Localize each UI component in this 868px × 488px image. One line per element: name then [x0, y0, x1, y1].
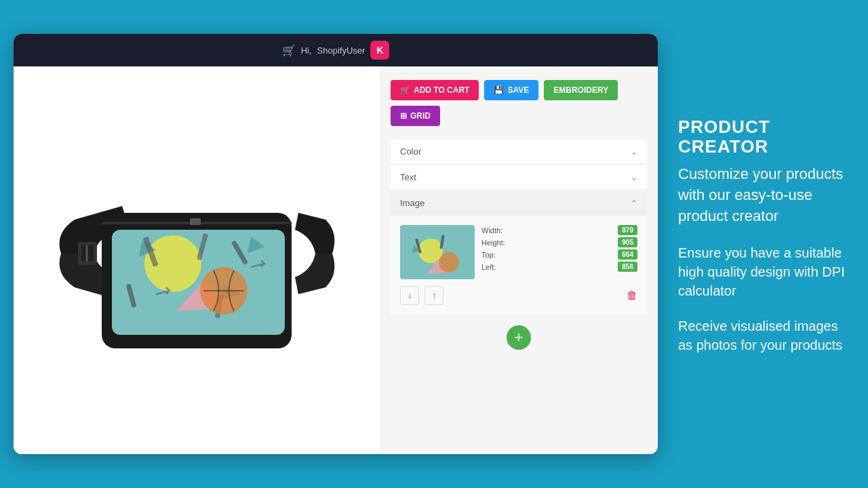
grid-btn-label: GRID — [410, 111, 431, 121]
embroidery-button[interactable]: EMBROIDERY — [544, 80, 618, 100]
image-thumbnail — [400, 225, 475, 279]
fanny-pack-svg — [41, 131, 353, 389]
cart-icon-btn: 🛒 — [400, 85, 410, 95]
image-actions: ↓ ↑ 🗑 — [400, 286, 637, 305]
delete-image-button[interactable]: 🗑 — [627, 289, 637, 302]
cart-btn-label: ADD TO CART — [414, 85, 469, 95]
color-label: Color — [400, 146, 421, 157]
svg-point-23 — [439, 252, 459, 272]
user-avatar: K — [370, 41, 389, 60]
image-row: Width: 879 Height: 905 Top: 664 — [400, 225, 637, 279]
width-value: 879 — [618, 225, 637, 235]
text-accordion-header[interactable]: Text ⌄ — [391, 165, 647, 190]
height-label: Height: — [481, 239, 505, 247]
image-chevron-icon: ⌃ — [631, 199, 637, 208]
color-chevron-icon: ⌄ — [631, 147, 637, 157]
svg-point-21 — [418, 239, 443, 263]
left-label: Left: — [481, 263, 496, 271]
top-stat: Top: 664 — [481, 249, 637, 260]
text-label: Text — [400, 172, 416, 182]
image-stats: Width: 879 Height: 905 Top: 664 — [481, 225, 637, 274]
text-chevron-icon: ⌄ — [631, 173, 637, 182]
image-accordion-header[interactable]: Image ⌃ — [391, 191, 647, 216]
browser-content: 🛒 ADD TO CART 💾 SAVE EMBROIDERY ⊞ GRID — [14, 66, 658, 454]
info-subtitle: Customize your products with our easy-to… — [678, 164, 854, 226]
titlebar-center: 🛒 Hi, ShopifyUser K — [282, 41, 390, 60]
add-image-button[interactable]: + — [507, 325, 531, 350]
top-label: Top: — [481, 251, 496, 259]
save-icon: 💾 — [494, 85, 504, 95]
save-button[interactable]: 💾 SAVE — [484, 80, 538, 100]
grid-icon: ⊞ — [400, 111, 407, 121]
save-btn-label: SAVE — [507, 85, 529, 95]
product-preview — [14, 66, 380, 454]
info-panel: PRODUCT CREATOR Customize your products … — [678, 110, 854, 378]
browser-titlebar: 🛒 Hi, ShopifyUser K — [14, 34, 658, 66]
height-value: 905 — [618, 237, 637, 247]
text-accordion: Text ⌄ — [391, 165, 647, 190]
image-accordion: Image ⌃ — [391, 191, 647, 314]
add-btn-container: + — [391, 325, 647, 350]
move-up-button[interactable]: ↑ — [425, 286, 443, 305]
color-accordion: Color ⌄ — [391, 140, 647, 164]
cart-icon: 🛒 — [282, 44, 296, 57]
action-buttons: 🛒 ADD TO CART 💾 SAVE EMBROIDERY ⊞ GRID — [391, 80, 647, 126]
fanny-pack-container — [41, 131, 353, 389]
width-label: Width: — [481, 226, 502, 235]
username-text: ShopifyUser — [317, 45, 366, 56]
add-to-cart-button[interactable]: 🛒 ADD TO CART — [391, 80, 479, 100]
top-value: 664 — [618, 249, 637, 260]
greeting-text: Hi, — [301, 45, 312, 56]
left-stat: Left: 856 — [481, 262, 637, 272]
right-panel[interactable]: 🛒 ADD TO CART 💾 SAVE EMBROIDERY ⊞ GRID — [380, 66, 658, 454]
color-accordion-header[interactable]: Color ⌄ — [391, 140, 647, 164]
grid-button[interactable]: ⊞ GRID — [391, 106, 440, 126]
svg-rect-3 — [190, 218, 201, 225]
move-down-button[interactable]: ↓ — [400, 286, 419, 305]
browser-window: 🛒 Hi, ShopifyUser K — [14, 34, 658, 454]
info-point-1: Ensure you have a suitable high quality … — [678, 243, 854, 300]
width-stat: Width: 879 — [481, 225, 637, 235]
embroidery-btn-label: EMBROIDERY — [553, 85, 608, 95]
height-stat: Height: 905 — [481, 237, 637, 247]
left-value: 856 — [618, 262, 637, 272]
info-point-2: Receive visualised images as photos for … — [678, 317, 854, 354]
info-title: PRODUCT CREATOR — [678, 117, 854, 156]
image-label: Image — [400, 198, 425, 208]
image-accordion-body: Width: 879 Height: 905 Top: 664 — [391, 216, 647, 314]
